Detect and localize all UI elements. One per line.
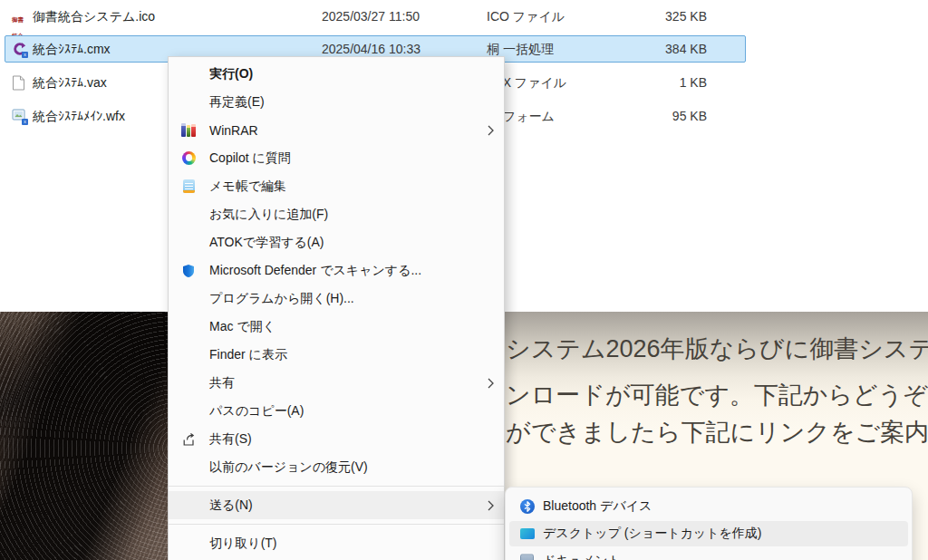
file-name[interactable]: 統合ｼｽﾃﾑ.cmx [33, 36, 111, 63]
menu-item-show-in-finder[interactable]: Finder に表示 [169, 341, 504, 369]
ico-file-icon: 御書統合 [12, 9, 27, 24]
menu-item-restore-versions[interactable]: 以前のバージョンの復元(V) [169, 453, 504, 481]
menu-item-send-to[interactable]: 送る(N) [169, 491, 504, 519]
webpage-text-line: システム2026年版ならびに御書システム202 [506, 333, 928, 365]
chevron-right-icon [488, 500, 494, 511]
file-type: ICO ファイル [487, 4, 565, 30]
file-name[interactable]: 統合ｼｽﾃﾑﾒｲﾝ.wfx [33, 103, 125, 130]
documents-icon [520, 555, 534, 560]
webpage-text-line: ンロードが可能です。下記からどうぞ。（現 [506, 379, 928, 411]
menu-item-notepad-edit[interactable]: メモ帳で編集 [169, 172, 504, 200]
desktop-icon [520, 528, 535, 539]
menu-item-share[interactable]: 共有(S) [169, 425, 504, 453]
menu-item-copy-path[interactable]: パスのコピー(A) [169, 397, 504, 425]
file-date: 2025/03/27 11:50 [322, 4, 420, 30]
file-row[interactable]: 御書統合 御書統合システム.ico 2025/03/27 11:50 ICO フ… [0, 4, 928, 30]
submenu-item-bluetooth[interactable]: Bluetooth デバイス [506, 493, 912, 520]
menu-separator [169, 486, 504, 487]
file-size: 325 KB [616, 4, 707, 30]
menu-item-open-with-mac[interactable]: Mac で開く [169, 313, 504, 341]
form-icon: x [12, 109, 27, 124]
kiri-badge: x [22, 52, 28, 58]
bluetooth-icon [520, 499, 535, 514]
defender-shield-icon [180, 263, 197, 279]
submenu-item-desktop-shortcut[interactable]: デスクトップ (ショートカットを作成) [506, 520, 912, 547]
chevron-right-icon [488, 125, 494, 136]
kiri-batch-icon: x [12, 42, 27, 57]
chevron-right-icon [488, 378, 494, 389]
file-size: 1 KB [616, 70, 707, 96]
winrar-icon [180, 122, 197, 139]
file-size: 95 KB [616, 103, 707, 130]
file-size: 384 KB [616, 36, 707, 63]
screen: システム2026年版ならびに御書システム202 ンロードが可能です。下記からどう… [0, 0, 928, 560]
copilot-icon [180, 150, 197, 167]
webpage-text-line: ができましたら下記にリンクをご案内いたし [506, 416, 928, 449]
menu-item-atok-learn[interactable]: ATOKで学習する(A) [169, 228, 504, 256]
menu-item-redefine[interactable]: 再定義(E) [169, 88, 504, 116]
share-icon [180, 431, 197, 448]
kiri-badge: x [22, 119, 28, 125]
menu-item-winrar[interactable]: WinRAR [169, 116, 504, 144]
submenu-item-documents[interactable]: ドキュメント [506, 547, 912, 560]
menu-item-execute[interactable]: 実行(O) [169, 60, 504, 88]
menu-separator [169, 524, 504, 525]
file-name[interactable]: 統合ｼｽﾃﾑ.vax [33, 70, 107, 96]
menu-item-open-with[interactable]: プログラムから開く(H)... [169, 285, 504, 313]
menu-item-defender-scan[interactable]: Microsoft Defender でスキャンする... [169, 256, 504, 285]
plain-document-icon [12, 75, 26, 90]
menu-item-share-submenu[interactable]: 共有 [169, 369, 504, 397]
menu-item-add-favorites[interactable]: お気に入りに追加(F) [169, 200, 504, 228]
notepad-icon [180, 179, 197, 195]
context-menu: 実行(O) 再定義(E) WinRAR Copilot に質問 メモ帳で編集 お… [168, 56, 505, 560]
menu-item-copilot[interactable]: Copilot に質問 [169, 144, 504, 172]
file-name[interactable]: 御書統合システム.ico [33, 4, 155, 30]
menu-item-cut[interactable]: 切り取り(T) [169, 529, 504, 557]
send-to-submenu: Bluetooth デバイス デスクトップ (ショートカットを作成) ドキュメン… [505, 487, 913, 560]
